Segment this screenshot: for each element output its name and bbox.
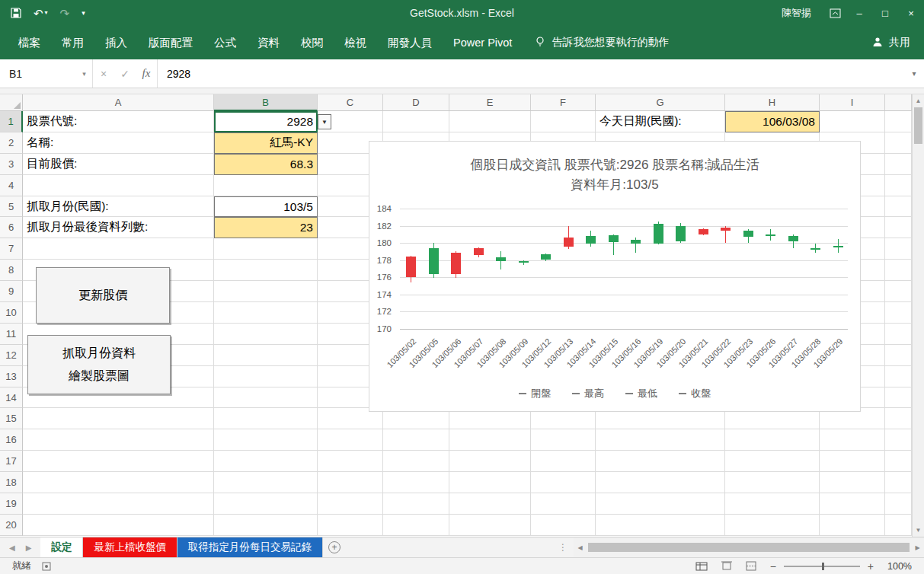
cell-H18[interactable]	[725, 472, 820, 493]
signed-in-user[interactable]: 陳智揚	[782, 6, 811, 20]
cell-overflow10[interactable]	[885, 302, 912, 324]
cell-B16[interactable]	[214, 429, 318, 451]
row-header-13[interactable]: 13	[0, 366, 23, 387]
sheet-tab-0[interactable]: 設定	[40, 537, 83, 557]
name-box-dropdown-icon[interactable]: ▾	[76, 59, 93, 88]
cell-G16[interactable]	[596, 429, 725, 451]
cell-I18[interactable]	[820, 472, 885, 493]
share-button[interactable]: 共用	[872, 36, 910, 49]
cell-C20[interactable]	[318, 515, 383, 536]
tell-me-box[interactable]: 告訴我您想要執行的動作	[535, 36, 669, 49]
legend-item-最低[interactable]: 最低	[625, 387, 657, 400]
cell-overflow7[interactable]	[885, 238, 912, 260]
cell-E16[interactable]	[449, 429, 531, 451]
cell-overflow19[interactable]	[885, 493, 912, 515]
cell-A2[interactable]: 名稱:	[23, 132, 214, 154]
cell-A4[interactable]	[23, 175, 214, 196]
maximize-button[interactable]: □	[872, 0, 898, 26]
column-header-F[interactable]: F	[531, 94, 596, 111]
column-header-H[interactable]: H	[725, 94, 820, 111]
column-header-E[interactable]: E	[449, 94, 531, 111]
row-header-18[interactable]: 18	[0, 472, 23, 493]
zoom-in-button[interactable]: +	[868, 560, 874, 572]
cell-G18[interactable]	[596, 472, 725, 493]
cell-overflow5[interactable]	[885, 196, 912, 218]
cell-E17[interactable]	[449, 451, 531, 472]
cell-B8[interactable]	[214, 260, 318, 281]
scroll-right-icon[interactable]: ▶	[911, 544, 924, 551]
cell-B2[interactable]: 紅馬-KY	[214, 132, 318, 154]
zoom-level[interactable]: 100%	[887, 561, 912, 572]
column-header-C[interactable]: C	[318, 94, 383, 111]
cell-B4[interactable]	[214, 175, 318, 196]
cell-B5[interactable]: 103/5	[214, 196, 318, 218]
cell-D19[interactable]	[383, 493, 449, 515]
cell-B7[interactable]	[214, 238, 318, 260]
horizontal-scroll-thumb[interactable]	[588, 543, 910, 552]
name-box[interactable]: B1	[0, 59, 76, 88]
cell-E18[interactable]	[449, 472, 531, 493]
cell-A15[interactable]	[23, 408, 214, 429]
cell-overflow20[interactable]	[885, 515, 912, 536]
ribbon-display-options-icon[interactable]	[823, 0, 846, 26]
tab-scroll-splitter[interactable]: ⋮	[552, 537, 574, 557]
cell-H20[interactable]	[725, 515, 820, 536]
row-header-6[interactable]: 6	[0, 217, 23, 238]
column-header-I[interactable]: I	[820, 94, 885, 111]
cell-A18[interactable]	[23, 472, 214, 493]
cell-overflow1[interactable]	[885, 111, 912, 132]
cell-B13[interactable]	[214, 366, 318, 387]
column-header-D[interactable]: D	[383, 94, 449, 111]
cell-A3[interactable]: 目前股價:	[23, 154, 214, 175]
column-header-A[interactable]: A	[23, 94, 214, 111]
cell-F1[interactable]	[531, 111, 596, 132]
cell-overflow4[interactable]	[885, 175, 912, 196]
row-header-14[interactable]: 14	[0, 387, 23, 409]
row-header-9[interactable]: 9	[0, 281, 23, 302]
cell-A6[interactable]: 抓取月份最後資料列數:	[23, 217, 214, 238]
select-all-corner[interactable]	[0, 94, 23, 111]
cell-A7[interactable]	[23, 238, 214, 260]
cell-C19[interactable]	[318, 493, 383, 515]
cell-H19[interactable]	[725, 493, 820, 515]
row-header-4[interactable]: 4	[0, 175, 23, 196]
cell-D18[interactable]	[383, 472, 449, 493]
minimize-button[interactable]: –	[846, 0, 872, 26]
cell-overflow6[interactable]	[885, 217, 912, 238]
cell-A16[interactable]	[23, 429, 214, 451]
cell-overflow9[interactable]	[885, 281, 912, 302]
cell-overflow14[interactable]	[885, 387, 912, 409]
cell-E20[interactable]	[449, 515, 531, 536]
cell-overflow17[interactable]	[885, 451, 912, 472]
cell-D17[interactable]	[383, 451, 449, 472]
cell-B19[interactable]	[214, 493, 318, 515]
cell-E1[interactable]	[449, 111, 531, 132]
legend-item-開盤[interactable]: 開盤	[519, 387, 551, 400]
cell-dropdown-button[interactable]: ▼	[318, 114, 331, 129]
save-icon[interactable]	[11, 8, 21, 18]
normal-view-icon[interactable]	[695, 562, 708, 571]
cell-B3[interactable]: 68.3	[214, 154, 318, 175]
cell-G17[interactable]	[596, 451, 725, 472]
cell-C17[interactable]	[318, 451, 383, 472]
scroll-up-icon[interactable]: ▲	[913, 94, 924, 107]
undo-button[interactable]: ↶▾	[34, 8, 48, 19]
cell-I20[interactable]	[820, 515, 885, 536]
sheet-tab-1[interactable]: 最新上檔收盤價	[83, 537, 177, 557]
update-price-button[interactable]: 更新股價	[36, 267, 170, 324]
cell-D16[interactable]	[383, 429, 449, 451]
cell-C18[interactable]	[318, 472, 383, 493]
page-layout-view-icon[interactable]	[721, 561, 732, 571]
cell-G20[interactable]	[596, 515, 725, 536]
row-header-20[interactable]: 20	[0, 515, 23, 536]
horizontal-scrollbar[interactable]: ◀ ▶	[574, 537, 924, 557]
cell-B6[interactable]: 23	[214, 217, 318, 238]
row-header-8[interactable]: 8	[0, 260, 23, 281]
column-header-blank[interactable]	[885, 94, 912, 111]
cell-F16[interactable]	[531, 429, 596, 451]
cell-H17[interactable]	[725, 451, 820, 472]
ribbon-tab-file[interactable]: 檔案	[8, 26, 51, 59]
zoom-slider[interactable]	[784, 566, 860, 567]
cell-D20[interactable]	[383, 515, 449, 536]
sheet-tab-2[interactable]: 取得指定月份每日交易記錄	[177, 537, 323, 557]
